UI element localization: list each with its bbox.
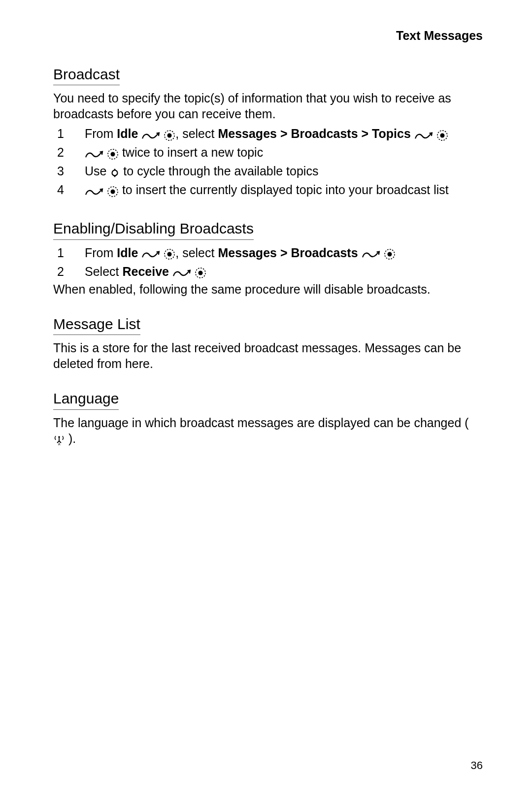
navigate-icon [85,185,103,197]
text: Use [85,164,110,178]
navigate-icon [85,147,103,160]
bold-text: Idle [117,127,138,140]
step-body: twice to insert a new topic [85,144,483,160]
step-number: 1 [57,126,80,141]
select-icon [436,129,448,141]
navigate-icon [172,267,191,279]
heading-broadcast: Broadcast [53,65,120,85]
step-body: From Idle , select Messages > Broadcasts [85,245,483,261]
step-number: 2 [57,144,80,160]
enable-note: When enabled, following the same procedu… [53,281,483,297]
navigate-icon [362,248,380,260]
message-list-body: This is a store for the last received br… [53,340,483,371]
text: Select [85,265,122,278]
step-body: From Idle , select Messages > Broadcasts… [85,126,483,141]
cycle-icon [110,166,120,178]
text: to cycle through the available topics [120,164,318,178]
heading-message-list: Message List [53,315,140,335]
step-number: 4 [57,182,80,198]
step-body: Select Receive [85,264,483,279]
bold-text: Receive [122,265,169,278]
navigate-icon [414,129,433,141]
step-number: 2 [57,264,80,279]
select-icon [164,247,175,260]
select-icon [107,185,119,198]
step-body: to insert the currently displayed topic … [85,182,483,198]
heading-enable: Enabling/Disabling Broadcasts [53,219,254,239]
text: ). [65,432,76,445]
page-number: 36 [471,759,483,772]
select-icon [384,247,396,260]
bold-text: Messages > Broadcasts [218,246,358,260]
text: From [85,127,117,140]
step-number: 3 [57,163,80,179]
step-number: 1 [57,245,80,261]
navigate-icon [141,248,160,260]
heading-language: Language [53,389,119,409]
broadcast-intro: You need to specify the topic(s) of info… [53,90,483,122]
bold-text: Idle [117,246,138,260]
text: The language in which broadcast messages… [53,416,469,430]
chapter-title: Text Messages [53,28,483,43]
select-icon [195,266,206,279]
step-body: Use to cycle through the available topic… [85,163,483,179]
text: , select [175,246,218,260]
broadcast-steps: 1 From Idle , select Messages > Broadcas… [57,126,483,198]
text: From [85,246,117,260]
network-icon [53,433,65,446]
select-icon [107,147,119,160]
select-icon [164,129,175,141]
text: to insert the currently displayed topic … [119,183,449,197]
text: , select [175,127,218,140]
bold-text: Messages > Broadcasts > Topics [218,127,410,140]
language-body: The language in which broadcast messages… [53,415,483,446]
text: twice to insert a new topic [119,145,263,159]
enable-steps: 1 From Idle , select Messages > Broadcas… [57,245,483,279]
navigate-icon [141,129,160,141]
